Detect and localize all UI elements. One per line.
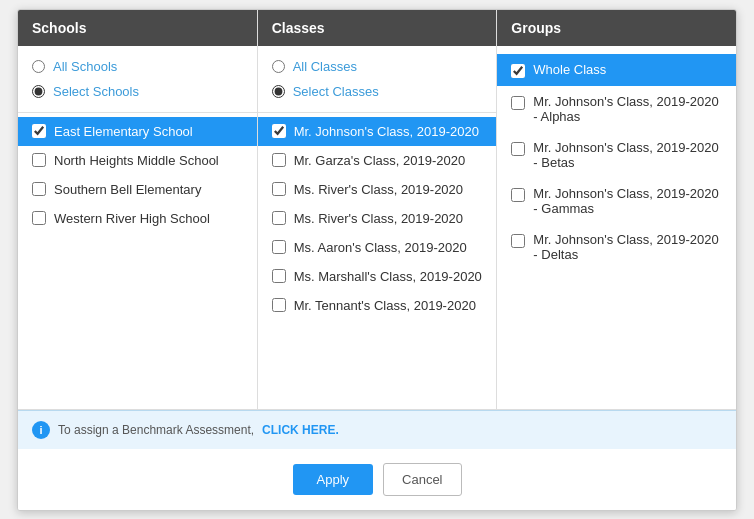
classes-list: Mr. Johnson's Class, 2019-2020Mr. Garza'… — [258, 113, 497, 409]
group-item-label: Mr. Johnson's Class, 2019-2020 - Deltas — [533, 232, 722, 262]
footer: Apply Cancel — [18, 449, 736, 510]
group-list-item[interactable]: Whole Class — [497, 54, 736, 86]
class-item-label: Mr. Johnson's Class, 2019-2020 — [294, 124, 483, 139]
classes-all-label: All Classes — [293, 59, 357, 74]
class-list-item[interactable]: Ms. Marshall's Class, 2019-2020 — [258, 262, 497, 291]
cancel-button[interactable]: Cancel — [383, 463, 461, 496]
class-checkbox[interactable] — [272, 240, 286, 254]
class-checkbox[interactable] — [272, 269, 286, 283]
group-item-label: Mr. Johnson's Class, 2019-2020 - Gammas — [533, 186, 722, 216]
classes-radio-section: All Classes Select Classes — [258, 46, 497, 113]
school-checkbox[interactable] — [32, 124, 46, 138]
group-checkbox[interactable] — [511, 142, 525, 156]
schools-column: Schools All Schools Select Schools East … — [18, 10, 258, 409]
school-list-item[interactable]: Western River High School — [18, 204, 257, 233]
school-item-label: North Heights Middle School — [54, 153, 243, 168]
info-link[interactable]: CLICK HERE. — [262, 423, 339, 437]
classes-select-label: Select Classes — [293, 84, 379, 99]
group-checkbox[interactable] — [511, 64, 525, 78]
group-item-label: Whole Class — [533, 62, 722, 77]
schools-list: East Elementary SchoolNorth Heights Midd… — [18, 113, 257, 409]
class-item-label: Mr. Tennant's Class, 2019-2020 — [294, 298, 483, 313]
group-list-item[interactable]: Mr. Johnson's Class, 2019-2020 - Deltas — [497, 224, 736, 270]
class-item-label: Ms. River's Class, 2019-2020 — [294, 211, 483, 226]
school-item-label: Southern Bell Elementary — [54, 182, 243, 197]
class-item-label: Ms. Marshall's Class, 2019-2020 — [294, 269, 483, 284]
info-bar: i To assign a Benchmark Assessment, CLIC… — [18, 410, 736, 449]
class-list-item[interactable]: Ms. River's Class, 2019-2020 — [258, 204, 497, 233]
class-checkbox[interactable] — [272, 182, 286, 196]
class-list-item[interactable]: Mr. Johnson's Class, 2019-2020 — [258, 117, 497, 146]
schools-all-radio[interactable]: All Schools — [32, 54, 243, 79]
class-checkbox[interactable] — [272, 153, 286, 167]
columns-container: Schools All Schools Select Schools East … — [18, 10, 736, 410]
class-list-item[interactable]: Ms. River's Class, 2019-2020 — [258, 175, 497, 204]
schools-select-radio-input[interactable] — [32, 85, 45, 98]
classes-header: Classes — [258, 10, 497, 46]
schools-header: Schools — [18, 10, 257, 46]
apply-button[interactable]: Apply — [293, 464, 374, 495]
info-text: To assign a Benchmark Assessment, — [58, 423, 254, 437]
school-list-item[interactable]: North Heights Middle School — [18, 146, 257, 175]
groups-header: Groups — [497, 10, 736, 46]
schools-select-label: Select Schools — [53, 84, 139, 99]
school-list-item[interactable]: East Elementary School — [18, 117, 257, 146]
school-item-label: East Elementary School — [54, 124, 243, 139]
schools-all-label: All Schools — [53, 59, 117, 74]
group-list-item[interactable]: Mr. Johnson's Class, 2019-2020 - Alphas — [497, 86, 736, 132]
group-checkbox[interactable] — [511, 96, 525, 110]
class-item-label: Ms. River's Class, 2019-2020 — [294, 182, 483, 197]
school-checkbox[interactable] — [32, 211, 46, 225]
class-list-item[interactable]: Mr. Garza's Class, 2019-2020 — [258, 146, 497, 175]
group-item-label: Mr. Johnson's Class, 2019-2020 - Betas — [533, 140, 722, 170]
class-checkbox[interactable] — [272, 124, 286, 138]
classes-all-radio[interactable]: All Classes — [272, 54, 483, 79]
school-checkbox[interactable] — [32, 153, 46, 167]
groups-list: Whole ClassMr. Johnson's Class, 2019-202… — [497, 46, 736, 409]
group-list-item[interactable]: Mr. Johnson's Class, 2019-2020 - Gammas — [497, 178, 736, 224]
group-checkbox[interactable] — [511, 234, 525, 248]
class-item-label: Mr. Garza's Class, 2019-2020 — [294, 153, 483, 168]
group-list-item[interactable]: Mr. Johnson's Class, 2019-2020 - Betas — [497, 132, 736, 178]
class-list-item[interactable]: Mr. Tennant's Class, 2019-2020 — [258, 291, 497, 320]
school-list-item[interactable]: Southern Bell Elementary — [18, 175, 257, 204]
classes-all-radio-input[interactable] — [272, 60, 285, 73]
class-list-item[interactable]: Ms. Aaron's Class, 2019-2020 — [258, 233, 497, 262]
classes-select-radio[interactable]: Select Classes — [272, 79, 483, 104]
info-icon: i — [32, 421, 50, 439]
group-item-label: Mr. Johnson's Class, 2019-2020 - Alphas — [533, 94, 722, 124]
schools-all-radio-input[interactable] — [32, 60, 45, 73]
classes-column: Classes All Classes Select Classes Mr. J… — [258, 10, 498, 409]
school-item-label: Western River High School — [54, 211, 243, 226]
class-checkbox[interactable] — [272, 211, 286, 225]
group-checkbox[interactable] — [511, 188, 525, 202]
school-checkbox[interactable] — [32, 182, 46, 196]
groups-column: Groups Whole ClassMr. Johnson's Class, 2… — [497, 10, 736, 409]
modal-container: Schools All Schools Select Schools East … — [17, 9, 737, 511]
classes-select-radio-input[interactable] — [272, 85, 285, 98]
schools-select-radio[interactable]: Select Schools — [32, 79, 243, 104]
schools-radio-section: All Schools Select Schools — [18, 46, 257, 113]
class-checkbox[interactable] — [272, 298, 286, 312]
class-item-label: Ms. Aaron's Class, 2019-2020 — [294, 240, 483, 255]
